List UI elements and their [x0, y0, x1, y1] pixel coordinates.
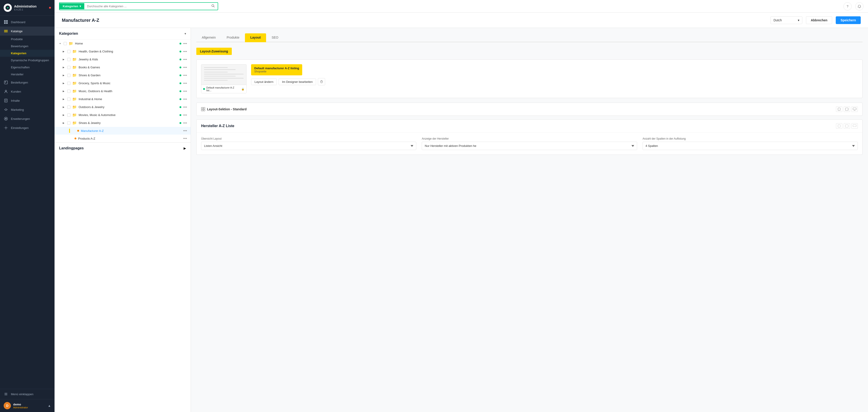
tree-checkbox[interactable] [67, 122, 70, 125]
sidebar: Administration 6.4.20.1 Dashboard [0, 0, 55, 412]
desktop-icon-2[interactable] [851, 123, 858, 129]
inhalte-label: Inhalte [11, 99, 20, 102]
language-select[interactable]: Dutch ▾ [771, 16, 802, 24]
kunden-icon [4, 89, 8, 94]
sidebar-item-hersteller[interactable]: Hersteller [0, 71, 55, 78]
sidebar-item-kategorien[interactable]: Kategorien [0, 50, 55, 57]
tree-item-shoes-jewelry[interactable]: ▶ 📁 Shoes & Jewelry ••• [55, 119, 191, 127]
form-group-hersteller: Anzeige der Hersteller Nur Hersteller mi… [422, 137, 637, 150]
svg-rect-4 [6, 22, 8, 24]
tree-item-grocery[interactable]: ▶ 📁 Grocery, Sports & Music ••• [55, 79, 191, 87]
expand-icon[interactable]: ▶ [62, 66, 65, 69]
expand-icon[interactable]: ▶ [62, 113, 65, 117]
tree-actions-icon[interactable]: ••• [183, 81, 187, 85]
sidebar-item-marketing[interactable]: Marketing [0, 105, 55, 114]
tree-actions-icon[interactable]: ••• [183, 121, 187, 125]
tree-checkbox[interactable] [67, 82, 70, 85]
tree-actions-icon[interactable]: ••• [183, 58, 187, 62]
tree-item-outdoors[interactable]: ▶ 📁 Outdoors & Jewelry ••• [55, 103, 191, 111]
hersteller-select[interactable]: Nur Hersteller mit aktiven Produkten he … [422, 142, 637, 150]
tree-item-music[interactable]: ▶ 📁 Music, Outdoors & Health ••• [55, 87, 191, 95]
tree-checkbox[interactable] [64, 42, 67, 45]
desktop-icon[interactable] [851, 106, 858, 112]
mobile-icon[interactable] [836, 106, 842, 112]
spalten-select[interactable]: 4 Spalten 2 Spalten 3 Spalten 6 Spalten [643, 142, 858, 150]
expand-icon[interactable]: ▾ [58, 42, 62, 45]
search-category-button[interactable]: Kategorien ▾ [60, 3, 84, 9]
delete-button[interactable] [318, 78, 325, 85]
mobile-icon-2[interactable] [836, 123, 842, 129]
sidebar-item-dynamische[interactable]: Dynamische Produktgruppen [0, 57, 55, 64]
cancel-button[interactable]: Abbrechen [806, 16, 832, 24]
tree-actions-icon[interactable]: ••• [183, 97, 187, 101]
user-menu-toggle[interactable]: ▲ [48, 404, 51, 408]
tree-item-manufacturer-az[interactable]: Manufacturer A-Z ••• [55, 127, 191, 135]
tree-item-movies[interactable]: ▶ 📁 Movies, Music & Automotive ••• [55, 111, 191, 119]
tree-checkbox[interactable] [67, 50, 70, 53]
tablet-icon[interactable] [844, 106, 850, 112]
tree-checkbox[interactable] [67, 106, 70, 109]
collapse-menu-btn[interactable]: Menü einklappen [4, 392, 51, 396]
sidebar-item-bewertungen[interactable]: Bewertungen [0, 43, 55, 50]
sidebar-item-eigenschaften[interactable]: Eigenschaften [0, 64, 55, 71]
search-submit-button[interactable] [209, 3, 218, 10]
tablet-icon-2[interactable] [844, 123, 850, 129]
help-button[interactable]: ? [843, 2, 851, 10]
tree-item-health[interactable]: ▶ 📁 Health, Garden & Clothing ••• [55, 47, 191, 56]
expand-icon[interactable]: ▶ [62, 97, 65, 101]
tab-layout[interactable]: Layout [245, 33, 266, 42]
tree-checkbox[interactable] [67, 66, 70, 69]
tab-allgemein[interactable]: Allgemein [196, 33, 221, 42]
tree-item-home[interactable]: ▾ 📁 Home ••• [55, 39, 191, 47]
sidebar-item-einstellungen[interactable]: Einstellungen [0, 123, 55, 132]
layout-change-button[interactable]: Layout ändern [251, 78, 277, 85]
tree-actions-icon[interactable]: ••• [183, 105, 187, 109]
tree-actions-icon[interactable]: ••• [183, 89, 187, 93]
folder-icon: 📁 [72, 65, 77, 69]
tree-item-industrial[interactable]: ▶ 📁 Industrial & Home ••• [55, 95, 191, 103]
svg-rect-31 [845, 125, 848, 127]
expand-icon[interactable]: ▶ [62, 58, 65, 61]
panel-collapse-icon[interactable]: ▾ [185, 32, 186, 35]
tab-seo[interactable]: SEO [266, 33, 284, 42]
tree-item-jewelry-kids[interactable]: ▶ 📁 Jewelry & Kids ••• [55, 56, 191, 63]
expand-icon[interactable]: ▶ [62, 90, 65, 93]
tab-produkte[interactable]: Produkte [221, 33, 245, 42]
tree-label: Industrial & Home [79, 97, 178, 101]
tree-checkbox[interactable] [67, 90, 70, 93]
tree-label-products: Products A-Z [78, 137, 181, 140]
status-dot [180, 74, 181, 76]
tree-checkbox[interactable] [67, 113, 70, 117]
landingpages-section[interactable]: Landingpages ▶ [55, 142, 191, 154]
tree-item-books[interactable]: ▶ 📁 Books & Games ••• [55, 63, 191, 71]
tree-checkbox[interactable] [67, 74, 70, 77]
search-input[interactable] [84, 3, 209, 9]
tree-actions-icon[interactable]: ••• [183, 65, 187, 69]
sidebar-item-dashboard[interactable]: Dashboard [0, 18, 55, 27]
tree-actions-icon[interactable]: ••• [183, 129, 187, 133]
tree-actions-icon[interactable]: ••• [183, 49, 187, 54]
notifications-button[interactable] [855, 2, 864, 10]
tree-item-products-az[interactable]: Products A-Z ••• [55, 135, 191, 142]
tree-checkbox[interactable] [67, 98, 70, 101]
sidebar-item-bestellungen[interactable]: Bestellungen [0, 78, 55, 87]
expand-icon[interactable]: ▶ [62, 81, 65, 85]
sidebar-item-erweiterungen[interactable]: Erweiterungen [0, 114, 55, 123]
layout-select[interactable]: Listen Ansicht Kachel Ansicht [201, 142, 416, 150]
tree-actions-icon[interactable]: ••• [183, 41, 187, 46]
sidebar-item-kunden[interactable]: Kunden [0, 87, 55, 96]
expand-icon[interactable]: ▶ [62, 105, 65, 109]
expand-icon[interactable]: ▶ [62, 73, 65, 77]
designer-button[interactable]: Im Designer bearbeiten [279, 78, 316, 85]
save-button[interactable]: Speichern [836, 16, 861, 24]
sidebar-item-inhalte[interactable]: Inhalte [0, 96, 55, 105]
tree-checkbox[interactable] [67, 58, 70, 61]
tree-actions-icon[interactable]: ••• [183, 73, 187, 77]
expand-icon[interactable]: ▶ [62, 50, 65, 53]
sidebar-item-produkte[interactable]: Produkte [0, 36, 55, 43]
sidebar-item-kataloge[interactable]: Kataloge [0, 27, 55, 36]
expand-icon[interactable]: ▶ [62, 121, 65, 125]
tree-item-shoes-garden[interactable]: ▶ 📁 Shoes & Garden ••• [55, 71, 191, 79]
tree-actions-icon[interactable]: ••• [183, 113, 187, 117]
tree-actions-icon[interactable]: ••• [183, 136, 187, 140]
